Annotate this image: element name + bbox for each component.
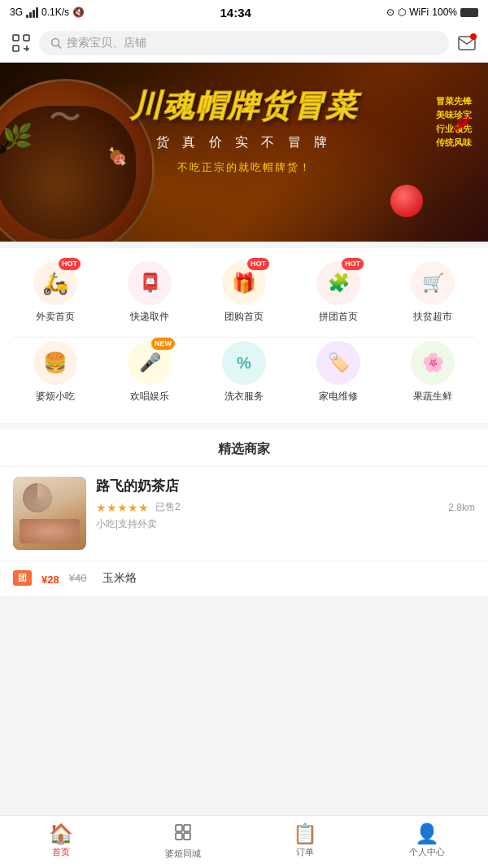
pintuan-label: 拼团首页 xyxy=(319,310,358,324)
category-pintuan[interactable]: 🧩 HOT 拼团首页 xyxy=(291,261,386,324)
banner-slogan: 不吃正宗的就吃帽牌货！ xyxy=(177,160,312,175)
svg-rect-0 xyxy=(13,35,19,41)
group-price: ¥28 xyxy=(41,569,59,587)
category-fupin[interactable]: 🛒 扶贫超市 xyxy=(386,261,480,324)
category-tuangou[interactable]: 🎁 HOT 团购首页 xyxy=(197,261,291,324)
nav-profile[interactable]: 👤 个人中心 xyxy=(366,816,488,868)
status-right: ⊙ ⬡ WiFi 100% xyxy=(386,7,478,18)
new-badge: NEW xyxy=(151,338,175,350)
product-name: 玉米烙 xyxy=(102,571,137,586)
mail-button[interactable] xyxy=(455,32,478,55)
category-kuaidi[interactable]: 📮 快递取件 xyxy=(102,261,197,324)
category-row-1: 🛵 HOT 外卖首页 📮 快递取件 🎁 HOT 团购首页 🧩 HOT 拼团首页 xyxy=(0,261,488,324)
signal-bars xyxy=(26,7,38,18)
nav-city-label: 婆烦同城 xyxy=(165,848,201,860)
merchant-image-placeholder xyxy=(13,477,86,550)
banner-text-4: 传统风味 xyxy=(436,137,472,149)
speed-indicator: 0.1K/s xyxy=(41,7,69,18)
tuangou-icon: 🎁 xyxy=(232,272,256,294)
bottom-padding xyxy=(0,595,488,652)
merchants-section: 精选商家 路飞的奶茶店 ★★★★★ 已售2 2.8km 小吃|支持外卖 xyxy=(0,430,488,595)
promotional-banner[interactable]: 🌿 🌶 🍖 〜 川魂帽牌货冒菜 货 真 价 实 不 冒 牌 不吃正宗的就吃帽牌货… xyxy=(0,63,488,242)
merchant-tags: 小吃|支持外卖 xyxy=(96,517,475,531)
banner-subtitle: 货 真 价 实 不 冒 牌 xyxy=(156,134,333,151)
jiadian-label: 家电维修 xyxy=(319,390,358,403)
hot-badge-3: HOT xyxy=(342,258,364,270)
category-guoshu[interactable]: 🌸 果蔬生鲜 xyxy=(386,341,480,403)
product-row[interactable]: 团 ¥28 ¥40 玉米烙 xyxy=(0,560,488,595)
city-icon xyxy=(173,822,193,845)
nav-orders[interactable]: 📋 订单 xyxy=(244,816,366,868)
nav-home[interactable]: 🏠 首页 xyxy=(0,816,122,868)
profile-icon: 👤 xyxy=(415,824,439,844)
merchant-name: 路飞的奶茶店 xyxy=(96,477,475,495)
svg-rect-9 xyxy=(176,825,182,831)
original-price: ¥40 xyxy=(69,572,87,584)
category-row-2: 🍔 婆烦小吃 🎤 NEW 欢唱娱乐 % 洗衣服务 🏷️ 家电维修 🌸 xyxy=(0,341,488,403)
sim-icon: ⬡ xyxy=(398,7,406,18)
category-separator xyxy=(13,337,475,338)
svg-rect-11 xyxy=(176,833,182,840)
wifi-icon: WiFi xyxy=(409,7,429,18)
search-icon xyxy=(50,37,62,49)
merchant-card[interactable]: 路飞的奶茶店 ★★★★★ 已售2 2.8km 小吃|支持外卖 xyxy=(0,466,488,560)
status-bar: 3G 0.1K/s 🔇 14:34 ⊙ ⬡ WiFi 100% xyxy=(0,0,488,24)
chili-decoration: 🌶 xyxy=(452,111,472,134)
status-left: 3G 0.1K/s 🔇 xyxy=(10,7,85,18)
category-huanchang[interactable]: 🎤 NEW 欢唱娱乐 xyxy=(102,341,197,403)
guoshu-icon: 🌸 xyxy=(422,352,444,373)
jiadian-icon: 🏷️ xyxy=(328,352,350,373)
kuaidi-icon: 📮 xyxy=(139,273,161,294)
hot-badge-2: HOT xyxy=(247,258,269,270)
category-xiyi[interactable]: % 洗衣服务 xyxy=(197,341,291,403)
merchant-stars: ★★★★★ xyxy=(96,501,149,514)
merchant-distance: 2.8km xyxy=(448,502,475,513)
category-section: 🛵 HOT 外卖首页 📮 快递取件 🎁 HOT 团购首页 🧩 HOT 拼团首页 xyxy=(0,248,488,423)
merchant-sold: 已售2 xyxy=(155,500,181,514)
svg-rect-1 xyxy=(24,35,29,41)
svg-rect-12 xyxy=(184,833,190,840)
svg-line-7 xyxy=(59,46,62,49)
group-badge: 团 xyxy=(13,570,32,586)
svg-rect-10 xyxy=(184,825,190,831)
steam-decoration: 〜 xyxy=(49,95,81,140)
nav-city[interactable]: 婆烦同城 xyxy=(122,816,244,868)
category-waimai[interactable]: 🛵 HOT 外卖首页 xyxy=(8,261,102,324)
battery-icon xyxy=(460,8,478,17)
orders-icon: 📋 xyxy=(293,824,317,844)
pintuan-icon: 🧩 xyxy=(328,273,350,294)
merchant-rating-row: ★★★★★ 已售2 2.8km xyxy=(96,500,475,514)
search-bar: 搜索宝贝、店铺 xyxy=(0,24,488,63)
gps-icon: ⊙ xyxy=(386,7,394,18)
hot-badge: HOT xyxy=(59,258,81,270)
nav-profile-label: 个人中心 xyxy=(409,846,445,858)
xiyi-icon: % xyxy=(237,354,251,373)
nav-home-label: 首页 xyxy=(52,846,70,858)
huanchang-icon: 🎤 xyxy=(139,352,161,373)
search-input-wrap[interactable]: 搜索宝贝、店铺 xyxy=(39,31,449,55)
banner-text-1: 冒菜先锋 xyxy=(436,95,472,107)
battery-level: 100% xyxy=(432,7,457,18)
category-jiadian[interactable]: 🏷️ 家电维修 xyxy=(291,341,386,403)
svg-rect-2 xyxy=(13,46,19,51)
huanchang-label: 欢唱娱乐 xyxy=(130,390,169,403)
merchant-image xyxy=(13,477,86,550)
fupin-label: 扶贫超市 xyxy=(413,310,452,324)
xiyi-label: 洗衣服务 xyxy=(224,390,264,403)
time-display: 14:34 xyxy=(220,6,251,20)
kuaidi-label: 快递取件 xyxy=(130,310,169,324)
tuangou-label: 团购首页 xyxy=(224,310,264,324)
fupin-icon: 🛒 xyxy=(422,273,444,294)
scan-button[interactable] xyxy=(10,32,33,55)
nav-orders-label: 订单 xyxy=(296,846,314,858)
volume-icon: 🔇 xyxy=(72,7,85,18)
bottom-navigation: 🏠 首页 婆烦同城 📋 订单 👤 个人中心 xyxy=(0,815,488,868)
category-mafan[interactable]: 🍔 婆烦小吃 xyxy=(8,341,102,403)
home-icon: 🏠 xyxy=(49,824,73,844)
network-type: 3G xyxy=(10,7,23,18)
mafan-icon: 🍔 xyxy=(43,351,68,374)
merchants-title: 精选商家 xyxy=(0,430,488,466)
waimai-label: 外卖首页 xyxy=(36,310,75,324)
mafan-label: 婆烦小吃 xyxy=(36,390,75,403)
merchant-details: 路飞的奶茶店 ★★★★★ 已售2 2.8km 小吃|支持外卖 xyxy=(96,477,475,550)
